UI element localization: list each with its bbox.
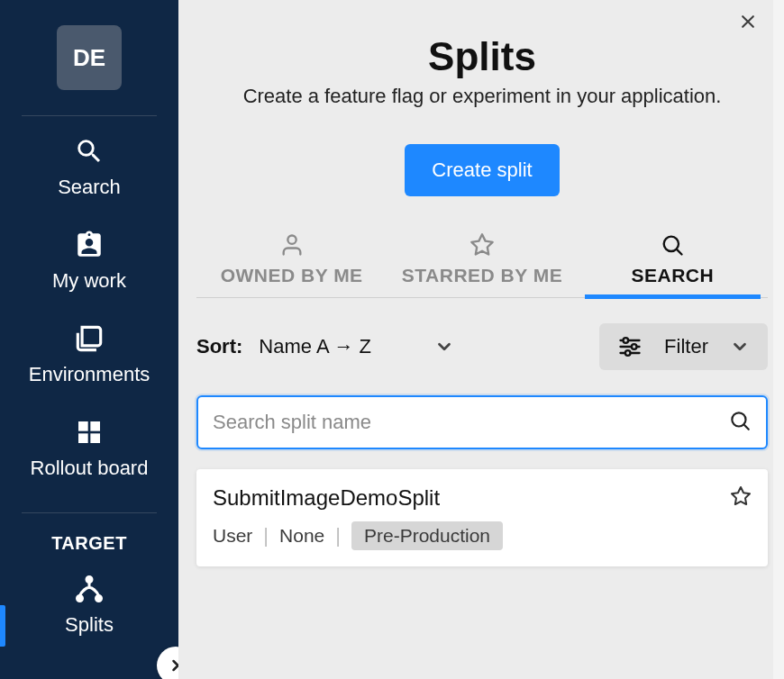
create-split-button[interactable]: Create split bbox=[405, 144, 559, 196]
sidebar-label: Environments bbox=[29, 363, 150, 386]
tab-label: STARRED BY ME bbox=[402, 265, 562, 285]
sort-value: Name A → Z bbox=[259, 335, 371, 358]
split-traffic-type: User bbox=[213, 525, 252, 547]
svg-marker-19 bbox=[732, 487, 750, 504]
svg-rect-2 bbox=[78, 433, 88, 443]
star-icon bbox=[387, 232, 577, 258]
svg-marker-8 bbox=[471, 234, 492, 254]
svg-line-18 bbox=[744, 425, 749, 430]
tab-search[interactable]: SEARCH bbox=[578, 232, 768, 297]
page-subtitle: Create a feature flag or experiment in y… bbox=[196, 85, 768, 108]
search-icon bbox=[728, 409, 752, 436]
close-button[interactable] bbox=[739, 13, 757, 34]
tab-starred-by-me[interactable]: STARRED BY ME bbox=[387, 232, 577, 297]
branch-icon bbox=[73, 570, 105, 608]
clipboard-icon bbox=[74, 226, 105, 264]
page-title: Splits bbox=[196, 34, 768, 79]
search-icon bbox=[74, 132, 105, 170]
sidebar-label: Rollout board bbox=[31, 457, 149, 480]
split-result-item[interactable]: SubmitImageDemoSplit User | None | Pre-P… bbox=[196, 469, 768, 566]
sidebar-label: Search bbox=[58, 176, 121, 199]
section-heading-target: TARGET bbox=[51, 533, 127, 554]
sort-control[interactable]: Sort: Name A → Z bbox=[196, 335, 454, 358]
split-owner: None bbox=[279, 525, 324, 547]
sliders-icon bbox=[617, 334, 643, 359]
split-name: SubmitImageDemoSplit bbox=[213, 485, 750, 511]
svg-rect-3 bbox=[90, 433, 100, 443]
star-button[interactable] bbox=[730, 485, 752, 511]
divider bbox=[22, 115, 157, 116]
person-icon bbox=[196, 232, 387, 258]
divider bbox=[22, 512, 157, 513]
svg-point-7 bbox=[287, 236, 296, 244]
chevron-down-icon bbox=[434, 337, 454, 357]
svg-rect-0 bbox=[78, 421, 88, 431]
page-header: Splits Create a feature flag or experime… bbox=[196, 0, 768, 196]
sidebar-item-search[interactable]: Search bbox=[0, 132, 178, 199]
svg-point-12 bbox=[624, 338, 629, 343]
svg-line-10 bbox=[678, 249, 682, 254]
separator: | bbox=[335, 524, 341, 548]
svg-point-14 bbox=[632, 344, 637, 349]
layers-icon bbox=[72, 320, 106, 358]
sidebar: DE Search My work Environments Rollout b… bbox=[0, 0, 178, 679]
sidebar-label: My work bbox=[52, 269, 126, 293]
split-meta: User | None | Pre-Production bbox=[213, 521, 750, 550]
svg-rect-1 bbox=[90, 421, 100, 431]
filter-button[interactable]: Filter bbox=[599, 323, 768, 370]
grid-icon bbox=[75, 413, 104, 451]
close-icon bbox=[739, 13, 757, 31]
star-icon bbox=[730, 485, 752, 507]
tab-label: OWNED BY ME bbox=[221, 265, 363, 285]
sidebar-item-splits[interactable]: Splits bbox=[0, 570, 178, 637]
separator: | bbox=[263, 524, 269, 548]
workspace-badge[interactable]: DE bbox=[57, 25, 122, 90]
sidebar-item-environments[interactable]: Environments bbox=[0, 320, 178, 386]
svg-point-16 bbox=[625, 350, 631, 356]
tab-label: SEARCH bbox=[631, 265, 714, 285]
sort-select[interactable]: Name A → Z bbox=[259, 335, 454, 358]
svg-point-9 bbox=[664, 237, 679, 251]
sidebar-label: Splits bbox=[65, 613, 114, 637]
workspace-initials: DE bbox=[73, 44, 105, 72]
controls-row: Sort: Name A → Z Filter bbox=[196, 323, 768, 370]
tabs: OWNED BY ME STARRED BY ME SEARCH bbox=[196, 232, 768, 298]
filter-label: Filter bbox=[664, 335, 708, 358]
search-row bbox=[196, 395, 768, 449]
svg-point-17 bbox=[732, 412, 745, 426]
chevron-down-icon bbox=[730, 337, 750, 357]
search-icon bbox=[578, 232, 768, 258]
search-input[interactable] bbox=[196, 395, 768, 449]
tab-owned-by-me[interactable]: OWNED BY ME bbox=[196, 232, 387, 297]
main-panel: Splits Create a feature flag or experime… bbox=[178, 0, 784, 679]
sidebar-item-mywork[interactable]: My work bbox=[0, 226, 178, 293]
sidebar-item-rolloutboard[interactable]: Rollout board bbox=[0, 413, 178, 480]
scrollbar[interactable] bbox=[773, 0, 784, 679]
sort-label: Sort: bbox=[196, 335, 242, 358]
environment-chip: Pre-Production bbox=[351, 521, 503, 550]
